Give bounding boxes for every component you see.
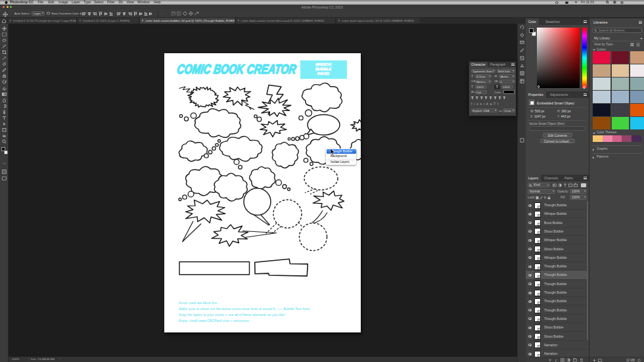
svg-text:f: f [555, 358, 557, 362]
